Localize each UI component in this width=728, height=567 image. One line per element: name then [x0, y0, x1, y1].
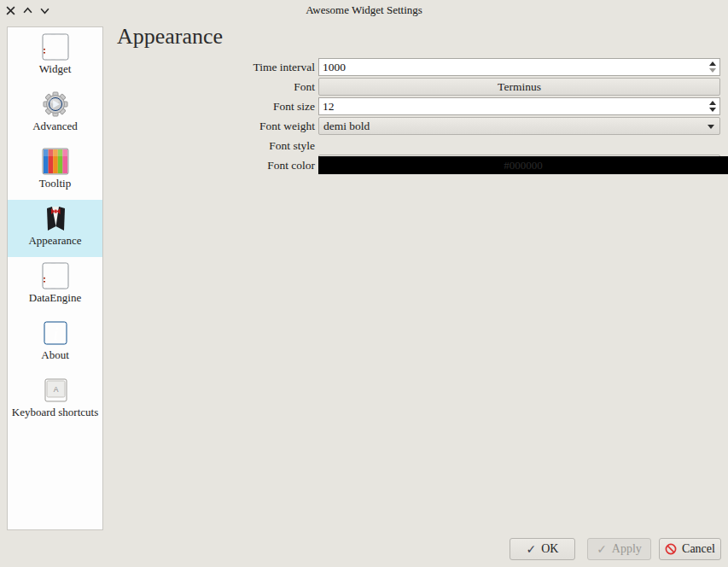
ok-button[interactable]: ✓ OK: [510, 538, 575, 560]
window-title: Awesome Widget Settings: [0, 0, 728, 20]
sidebar-item-label: Keyboard shortcuts: [12, 406, 98, 418]
check-icon: ✓: [527, 542, 537, 556]
dropdown-arrow-icon: [708, 125, 714, 129]
time-interval-input[interactable]: [319, 59, 706, 75]
check-icon: ✓: [597, 542, 607, 556]
sidebar-item-label: Appearance: [28, 235, 81, 247]
sidebar-item-keyboard-shortcuts[interactable]: Keyboard shortcuts: [8, 371, 102, 429]
spinner-arrows: [706, 59, 719, 75]
time-interval-label: Time interval: [117, 58, 315, 76]
font-size-input[interactable]: [319, 98, 706, 114]
sidebar-item-label: About: [41, 349, 69, 361]
font-weight-value: demi bold: [323, 120, 370, 133]
cancel-button[interactable]: Cancel: [659, 538, 721, 560]
spin-up-icon[interactable]: [709, 101, 716, 105]
font-color-button[interactable]: #000000: [318, 156, 728, 174]
sidebar-item-about[interactable]: About: [8, 314, 102, 371]
cancel-prohibition-icon: [665, 543, 677, 555]
sidebar-item-widget[interactable]: Widget: [8, 28, 102, 85]
sidebar-item-label: Widget: [39, 63, 72, 75]
spinner-arrows: [706, 98, 719, 114]
tuxedo-icon: [42, 205, 69, 232]
cancel-button-label: Cancel: [682, 542, 715, 556]
sidebar-item-dataengine[interactable]: DataEngine: [8, 257, 102, 314]
apply-button-label: Apply: [612, 542, 642, 556]
font-size-label: Font size: [117, 97, 315, 115]
font-color-label: Font color: [117, 156, 315, 174]
area-chart-icon: [42, 33, 69, 61]
spin-down-icon[interactable]: [709, 108, 716, 112]
awesome-widget-settings-window: Awesome Widget Settings Widget Advanced …: [0, 0, 728, 567]
apply-button[interactable]: ✓ Apply: [587, 538, 651, 560]
spin-down-icon[interactable]: [709, 68, 716, 73]
sidebar-item-label: Tooltip: [39, 178, 71, 190]
font-weight-dropdown[interactable]: demi bold: [318, 117, 720, 135]
area-chart-icon: [42, 262, 69, 289]
keyboard-key-icon: [42, 377, 69, 404]
time-interval-spinbox[interactable]: [318, 58, 720, 76]
sidebar-item-appearance[interactable]: Appearance: [8, 200, 102, 257]
sidebar-item-advanced[interactable]: Advanced: [8, 85, 102, 143]
color-stripes-icon: [42, 148, 69, 175]
gear-play-icon: [42, 91, 69, 118]
font-label: Font: [117, 78, 315, 96]
font-style-label: Font style: [117, 137, 315, 155]
ok-button-label: OK: [541, 542, 558, 556]
font-weight-label: Font weight: [117, 117, 315, 135]
sidebar-item-label: DataEngine: [29, 292, 81, 304]
page-title: Appearance: [117, 24, 223, 50]
titlebar: Awesome Widget Settings: [0, 0, 728, 20]
sidebar-item-label: Advanced: [32, 120, 78, 132]
spin-up-icon[interactable]: [709, 61, 716, 66]
category-sidebar: Widget Advanced Tooltip Appearance DataE…: [7, 26, 103, 530]
font-size-spinbox[interactable]: [318, 97, 720, 115]
sidebar-item-tooltip[interactable]: Tooltip: [8, 143, 102, 200]
font-select-button[interactable]: Terminus: [318, 78, 720, 96]
info-icon: [42, 319, 69, 347]
